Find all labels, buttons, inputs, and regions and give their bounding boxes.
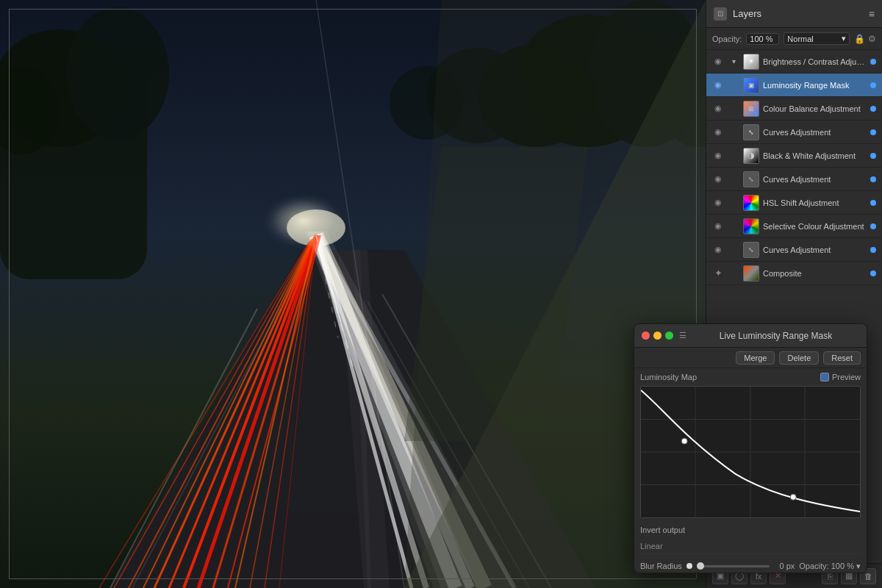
layer-name-curves2: Curves Adjustment	[763, 175, 867, 184]
canvas-area	[0, 0, 706, 588]
visibility-icon-bw[interactable]: ◉	[712, 150, 724, 162]
svg-point-59	[790, 494, 796, 500]
curve-graph[interactable]	[640, 386, 861, 518]
dialog-bottom: Invert output Linear Blur Radius 0 px Op…	[634, 518, 867, 573]
layer-item-curves3[interactable]: ◉ ⤡ Curves Adjustment	[706, 238, 882, 262]
layer-thumb-luminosity: ▣	[743, 77, 759, 93]
invert-row: Invert output	[640, 522, 861, 538]
preview-toggle[interactable]: Preview	[820, 373, 861, 381]
dialog-toolbar: Merge Delete Reset	[634, 348, 867, 368]
layer-dot-bw	[870, 153, 876, 159]
preview-label: Preview	[832, 373, 861, 381]
layer-dot-composite	[870, 270, 876, 276]
settings-icon[interactable]: ⚙	[868, 34, 876, 44]
layer-name-bw: Black & White Adjustment	[763, 151, 867, 160]
luminosity-header: Luminosity Map Preview	[634, 368, 867, 386]
opacity-row: Opacity: 100 % Normal ▾ 🔒 ⚙	[706, 28, 882, 50]
layer-thumb-selective	[743, 218, 759, 234]
linear-row: Linear	[640, 538, 861, 554]
layer-dot-hsl	[870, 200, 876, 206]
layers-panel-icon: ⊡	[714, 7, 727, 21]
blur-row: Blur Radius 0 px Opacity: 100 % ▾	[640, 557, 861, 573]
list-icon[interactable]: ☰	[679, 331, 686, 340]
blend-mode-select[interactable]: Normal ▾	[784, 32, 850, 45]
layer-thumb-bw: ◑	[743, 148, 759, 164]
layer-item-hsl[interactable]: ◉ HSL Shift Adjustment	[706, 191, 882, 215]
layer-dot-luminosity	[870, 82, 876, 88]
visibility-icon-hsl[interactable]: ◉	[712, 197, 724, 209]
layers-panel-title: Layers	[733, 8, 869, 19]
layer-item-brightness[interactable]: ◉ ▾ ☀ Brightness / Contrast Adjustment	[706, 50, 882, 74]
layer-thumb-curves3: ⤡	[743, 242, 759, 258]
expand-icon-brightness[interactable]: ▾	[728, 57, 739, 65]
blur-value: 0 px	[774, 562, 795, 570]
blur-slider-thumb[interactable]	[697, 562, 704, 570]
visibility-icon-colour-balance[interactable]: ◉	[712, 103, 724, 115]
opacity-icons: 🔒 ⚙	[854, 34, 876, 44]
blur-dot	[686, 563, 692, 569]
visibility-icon-brightness[interactable]: ◉	[712, 56, 724, 68]
opacity-input[interactable]: 100 %	[746, 33, 779, 45]
layer-thumb-curves1: ⤡	[743, 124, 759, 140]
layer-thumb-brightness: ☀	[743, 54, 759, 70]
layers-menu-button[interactable]: ≡	[869, 8, 875, 20]
dialog-title: Live Luminosity Range Mask	[692, 331, 859, 341]
luminosity-map-label: Luminosity Map	[640, 373, 697, 381]
blur-label: Blur Radius	[640, 562, 682, 570]
merge-button[interactable]: Merge	[736, 351, 775, 365]
layer-item-colour-balance[interactable]: ◉ ⊞ Colour Balance Adjustment	[706, 97, 882, 121]
maximize-button[interactable]	[665, 331, 673, 340]
opacity-label: Opacity:	[712, 35, 742, 43]
layer-dot-curves2	[870, 176, 876, 182]
layer-item-curves1[interactable]: ◉ ⤡ Curves Adjustment	[706, 121, 882, 144]
minimize-button[interactable]	[653, 331, 662, 340]
layer-dot-curves3	[870, 247, 876, 253]
close-button[interactable]	[642, 331, 650, 340]
invert-label: Invert output	[640, 526, 685, 534]
dialog-titlebar: ☰ Live Luminosity Range Mask	[634, 324, 867, 348]
linear-label: Linear	[640, 542, 663, 551]
layer-dot-curves1	[870, 129, 876, 135]
layer-dot-colour-balance	[870, 106, 876, 112]
visibility-icon-composite[interactable]: ✦	[712, 268, 724, 279]
preview-checkbox[interactable]	[820, 373, 829, 381]
layer-name-colour-balance: Colour Balance Adjustment	[763, 104, 867, 113]
svg-point-5	[66, 7, 169, 140]
layer-dot-selective	[870, 223, 876, 229]
layer-item-luminosity[interactable]: ◉ ▣ Luminosity Range Mask	[706, 74, 882, 97]
visibility-icon-curves3[interactable]: ◉	[712, 244, 724, 256]
layer-item-composite[interactable]: ✦ Composite	[706, 262, 882, 285]
layers-panel-header: ⊡ Layers ≡	[706, 0, 882, 28]
layer-name-curves3: Curves Adjustment	[763, 245, 867, 254]
layer-item-selective[interactable]: ◉ Selective Colour Adjustment	[706, 215, 882, 238]
reset-button[interactable]: Reset	[823, 351, 861, 365]
layer-thumb-curves2: ⤡	[743, 171, 759, 187]
layer-name-luminosity: Luminosity Range Mask	[763, 81, 867, 90]
layer-thumb-composite	[743, 265, 759, 282]
layer-dot-brightness	[870, 59, 876, 65]
luminosity-dialog: ☰ Live Luminosity Range Mask Merge Delet…	[634, 323, 867, 573]
delete-dialog-button[interactable]: Delete	[779, 351, 819, 365]
layer-item-curves2[interactable]: ◉ ⤡ Curves Adjustment	[706, 168, 882, 191]
visibility-icon-luminosity[interactable]: ◉	[712, 79, 724, 91]
dialog-header-icons: ☰	[679, 331, 686, 340]
layer-name-hsl: HSL Shift Adjustment	[763, 198, 867, 207]
svg-point-58	[681, 438, 687, 444]
layer-name-selective: Selective Colour Adjustment	[763, 222, 867, 231]
visibility-icon-curves1[interactable]: ◉	[712, 126, 724, 138]
blur-slider[interactable]	[697, 565, 770, 567]
layer-thumb-colour-balance: ⊞	[743, 101, 759, 117]
opacity-val-dialog: Opacity: 100 % ▾	[799, 562, 861, 571]
lock-icon[interactable]: 🔒	[854, 34, 865, 44]
visibility-icon-curves2[interactable]: ◉	[712, 173, 724, 185]
layer-name-composite: Composite	[763, 269, 867, 278]
layer-name-curves1: Curves Adjustment	[763, 128, 867, 137]
layer-thumb-hsl	[743, 195, 759, 211]
traffic-lights	[642, 331, 673, 340]
layer-item-bw[interactable]: ◉ ◑ Black & White Adjustment	[706, 144, 882, 168]
layer-name-brightness: Brightness / Contrast Adjustment	[763, 57, 867, 66]
visibility-icon-selective[interactable]: ◉	[712, 220, 724, 232]
opacity-dropdown-icon[interactable]: ▾	[856, 562, 861, 570]
